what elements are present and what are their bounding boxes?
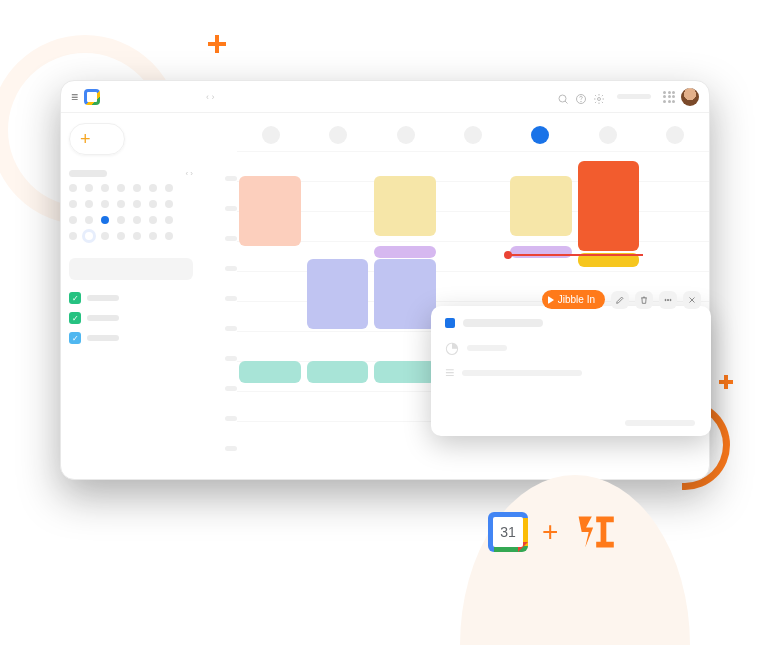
calendar-event[interactable] [578, 161, 640, 251]
mini-cal-day[interactable] [133, 232, 141, 240]
mini-cal-day[interactable] [165, 184, 173, 192]
mini-cal-day[interactable] [85, 216, 93, 224]
day-header[interactable] [507, 126, 574, 144]
mini-cal-day[interactable] [101, 184, 109, 192]
mini-cal-day[interactable] [149, 232, 157, 240]
calendar-event[interactable] [374, 176, 436, 236]
mini-cal-day[interactable] [69, 232, 77, 240]
svg-point-7 [670, 299, 671, 300]
calendar-list: ✓✓✓ [69, 292, 193, 344]
hour-labels [201, 151, 237, 471]
mini-cal-day[interactable] [85, 184, 93, 192]
svg-point-6 [667, 299, 668, 300]
mini-cal-day[interactable] [101, 232, 109, 240]
hour-label [201, 301, 237, 331]
svg-point-4 [598, 97, 601, 100]
event-color-swatch [445, 318, 455, 328]
calendar-event[interactable] [307, 259, 369, 329]
integration-background [460, 475, 690, 645]
edit-icon[interactable] [611, 291, 629, 309]
help-icon[interactable] [575, 91, 587, 103]
plus-icon: + [542, 516, 558, 548]
mini-cal-day[interactable] [133, 200, 141, 208]
mini-cal-day[interactable] [101, 216, 109, 224]
date-nav[interactable]: ‹ › [206, 92, 215, 102]
event-details-popup: Jibble In ◔ ≡ [431, 306, 711, 436]
mini-cal-day[interactable] [149, 200, 157, 208]
mini-calendar[interactable] [69, 184, 193, 244]
calendar-event[interactable] [510, 176, 572, 236]
mini-cal-day[interactable] [149, 184, 157, 192]
mini-cal-day[interactable] [117, 232, 125, 240]
day-number-dot [666, 126, 684, 144]
jibble-logo-icon [572, 510, 616, 554]
mini-cal-day[interactable] [117, 216, 125, 224]
delete-icon[interactable] [635, 291, 653, 309]
hour-label [201, 331, 237, 361]
day-header[interactable] [304, 126, 371, 144]
settings-gear-icon[interactable] [593, 91, 605, 103]
checkbox-icon[interactable]: ✓ [69, 312, 81, 324]
mini-cal-nav[interactable]: ‹ › [185, 169, 193, 178]
mini-cal-day[interactable] [133, 184, 141, 192]
month-label [69, 170, 107, 177]
mini-cal-day[interactable] [117, 184, 125, 192]
day-header[interactable] [372, 126, 439, 144]
checkbox-icon[interactable]: ✓ [69, 332, 81, 344]
people-search[interactable] [69, 258, 193, 280]
menu-icon[interactable]: ≡ [71, 90, 78, 104]
hour-label [201, 151, 237, 181]
day-number-dot [397, 126, 415, 144]
calendar-event[interactable] [510, 246, 572, 258]
mini-cal-day[interactable] [117, 200, 125, 208]
mini-cal-day[interactable] [165, 216, 173, 224]
mini-cal-day[interactable] [165, 232, 173, 240]
checkbox-icon[interactable]: ✓ [69, 292, 81, 304]
integration-badge: 31 + [488, 510, 616, 554]
mini-cal-day[interactable] [149, 216, 157, 224]
day-header[interactable] [439, 126, 506, 144]
calendar-event[interactable] [374, 259, 436, 329]
view-switcher[interactable] [617, 94, 651, 99]
jibble-in-button[interactable]: Jibble In [542, 290, 605, 309]
mini-cal-day[interactable] [133, 216, 141, 224]
svg-line-1 [565, 101, 568, 104]
calendar-event[interactable] [239, 176, 301, 246]
google-calendar-logo[interactable] [84, 89, 100, 105]
calendar-name [87, 295, 119, 301]
mini-calendar-header: ‹ › [69, 169, 193, 178]
hour-label [201, 361, 237, 391]
search-icon[interactable] [557, 91, 569, 103]
calendar-event[interactable] [239, 361, 301, 383]
day-header[interactable] [237, 126, 304, 144]
hour-label [201, 181, 237, 211]
plus-icon: + [80, 129, 91, 150]
gcal-date: 31 [493, 517, 523, 547]
more-icon[interactable] [659, 291, 677, 309]
day-header[interactable] [574, 126, 641, 144]
svg-point-5 [665, 299, 666, 300]
close-icon[interactable] [683, 291, 701, 309]
mini-cal-day[interactable] [85, 232, 93, 240]
calendar-list-item[interactable]: ✓ [69, 332, 193, 344]
day-number-dot [464, 126, 482, 144]
mini-cal-day[interactable] [69, 216, 77, 224]
google-apps-icon[interactable] [663, 91, 675, 103]
day-number-dot [599, 126, 617, 144]
mini-cal-day[interactable] [165, 200, 173, 208]
create-button[interactable]: + [69, 123, 125, 155]
mini-cal-day[interactable] [101, 200, 109, 208]
mini-cal-day[interactable] [85, 200, 93, 208]
mini-cal-day[interactable] [69, 184, 77, 192]
calendar-event[interactable] [307, 361, 369, 383]
play-icon [548, 296, 554, 304]
user-avatar[interactable] [681, 88, 699, 106]
calendar-name [87, 315, 119, 321]
mini-cal-day[interactable] [69, 200, 77, 208]
day-header[interactable] [642, 126, 709, 144]
calendar-event[interactable] [374, 361, 436, 383]
calendar-list-item[interactable]: ✓ [69, 312, 193, 324]
calendar-list-item[interactable]: ✓ [69, 292, 193, 304]
calendar-event[interactable] [374, 246, 436, 258]
decorative-plus-icon [208, 35, 226, 53]
